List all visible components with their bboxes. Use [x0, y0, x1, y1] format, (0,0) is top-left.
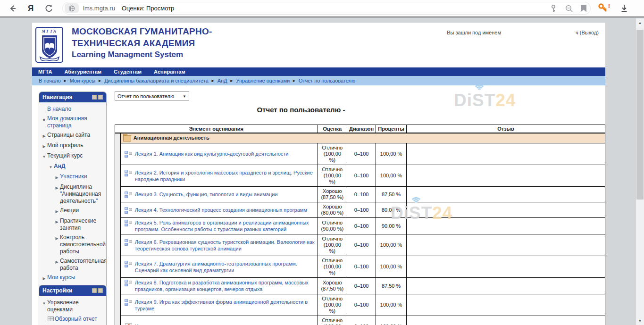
category-cell: Анимационная деятельность	[120, 133, 605, 143]
range-cell: 0–100	[347, 143, 376, 165]
nav-item[interactable]: МГТА	[32, 69, 58, 75]
lesson-icon	[125, 191, 132, 198]
password-alert-icon[interactable]: !	[597, 2, 610, 15]
reload-icon[interactable]	[42, 1, 56, 16]
range-cell: 0–100	[347, 187, 376, 202]
indent-cell	[115, 187, 121, 202]
lesson-icon	[125, 150, 132, 158]
sidebar-item-label: Лекции	[60, 207, 79, 215]
arrow-right-icon: ▶	[41, 274, 47, 282]
range-cell: 0–100	[347, 202, 376, 218]
address-bar[interactable]: lms.mgta.ru Оценки: Просмотр	[62, 2, 591, 15]
sidebar-item[interactable]: ▼АнД	[41, 163, 104, 171]
grade-row: Итоговое тестированиеОтлично(100,00 %)0–…	[115, 316, 605, 325]
breadcrumb-link[interactable]: Отчет по пользователю	[299, 78, 355, 83]
grade-item-link[interactable]: Лекция 4. Технологический процесс создан…	[135, 207, 307, 213]
report-type-select[interactable]: Отчет по пользователю ▼	[115, 92, 189, 100]
browser-toolbar: Я lms.mgta.ru Оценки: Просмотр !	[0, 0, 644, 17]
collapse-block-icon[interactable]	[92, 95, 97, 100]
grade-item-link[interactable]: Лекция 6. Рекреационная сущность туристс…	[135, 239, 315, 252]
main-nav: МГТААбитуриентамСтудентамАспирантам	[32, 67, 605, 76]
sidebar-item[interactable]: ▶Мой профиль	[41, 142, 104, 150]
nav-item[interactable]: Аспирантам	[148, 69, 191, 75]
site-title: МОСКОВСКАЯ ГУМАНИТАРНО- ТЕХНИЧЕСКАЯ АКАД…	[72, 25, 212, 60]
sidebar-item[interactable]: ▶Мои курсы	[41, 274, 104, 282]
range-cell: 0–100	[347, 294, 376, 316]
grade-item-link[interactable]: Лекция 2. История и хронология массовых …	[135, 169, 315, 183]
sidebar-item-label: Контроль самостоятельной работы	[60, 234, 106, 255]
sidebar-item[interactable]: В начало	[41, 106, 104, 113]
grade-item-link[interactable]: Лекция 1. Анимация как вид культурно-дос…	[135, 150, 289, 157]
sidebar-item-label: Мой профиль	[47, 142, 84, 150]
back-icon[interactable]	[6, 1, 20, 16]
arrow-right-icon: ▶	[54, 183, 60, 205]
lesson-icon	[125, 279, 132, 286]
grade-item-link[interactable]: Лекция 9. Игра как эффективная форма ани…	[135, 299, 315, 312]
indent-cell	[115, 133, 121, 143]
sidebar-item[interactable]: ▶Лекции	[41, 207, 104, 215]
grade-row: Лекция 1. Анимация как вид культурно-дос…	[115, 143, 605, 165]
grade-item-link[interactable]: Лекция 7. Драматургия анимационно-театра…	[135, 260, 315, 274]
grade-item-link[interactable]: Лекция 3. Сущность, функция, типология и…	[135, 191, 278, 198]
key-icon[interactable]	[550, 4, 557, 13]
sidebar-item[interactable]: ▼Управление оценками	[41, 299, 104, 313]
dock-block-icon[interactable]	[98, 95, 103, 100]
page-title-text: Оценки: Просмотр	[122, 5, 174, 12]
breadcrumb-link[interactable]: Мои курсы	[70, 78, 95, 83]
scrollbar-thumb[interactable]	[636, 30, 644, 200]
sidebar-item[interactable]: ■Моя домашняя страница	[41, 115, 104, 129]
sidebar-item[interactable]: ▼Текущий курс	[41, 152, 104, 160]
sidebar-item-label: Текущий курс	[47, 152, 83, 160]
zoom-icon[interactable]	[565, 4, 573, 13]
grades-table: Элемент оценивания Оценка Диапазон Проце…	[115, 125, 605, 325]
sidebar-item[interactable]: ▶Участники	[41, 173, 104, 181]
scroll-up-icon[interactable]: ▲	[636, 18, 644, 27]
sidebar-item[interactable]: Обзорный отчет	[41, 316, 104, 323]
lesson-icon	[125, 239, 132, 246]
download-icon[interactable]	[617, 1, 631, 16]
grade-item-link[interactable]: Лекция 5. Роль аниматоров в организации …	[135, 219, 315, 233]
vertical-scrollbar[interactable]: ▲ ▼	[636, 18, 644, 325]
grade-row: Лекция 7. Драматургия анимационно-театра…	[115, 256, 605, 278]
dock-block-icon[interactable]	[98, 288, 103, 293]
yandex-icon[interactable]: Я	[24, 1, 38, 16]
grade-cell: Отлично(100,00 %)	[318, 143, 347, 165]
sidebar-item[interactable]: ▶Страницы сайта	[41, 132, 104, 140]
sidebar-item[interactable]: ▶Дисциплина "Анимационная деятельность"	[41, 183, 104, 205]
logout-link[interactable]: ч (Выход)	[576, 30, 599, 35]
bookmark-icon[interactable]	[581, 5, 586, 12]
indent-cell	[115, 202, 121, 218]
breadcrumb-link[interactable]: Управление оценками	[236, 78, 290, 83]
indent-cell	[115, 143, 121, 165]
settings-block-title: Настройки	[42, 287, 72, 294]
header-grade: Оценка	[318, 125, 347, 133]
collapse-block-icon[interactable]	[92, 288, 97, 293]
scroll-down-icon[interactable]: ▼	[636, 317, 644, 325]
percent-cell: 100,00 %	[376, 234, 407, 256]
breadcrumb-link[interactable]: АнД	[217, 78, 227, 83]
indent-cell	[115, 278, 121, 294]
login-info: Вы зашли под именемч (Выход)	[447, 30, 599, 35]
grade-row: Лекция 8. Подготовка и разработка анимац…	[115, 278, 605, 294]
sidebar-item[interactable]: ▶Контроль самостоятельной работы	[41, 234, 104, 255]
page-background: МГТА МОСКОВСКАЯ ГУМАНИТАРНО- ТЕХНИЧЕСКАЯ…	[0, 17, 644, 324]
sidebar-item[interactable]: ▶Самостоятельная работа	[41, 258, 104, 272]
grade-item-link[interactable]: Лекция 8. Подготовка и разработка анимац…	[135, 279, 315, 292]
sidebar-item[interactable]: ▶Практические занятия	[41, 217, 104, 232]
category-label: Анимационная деятельность	[134, 135, 209, 141]
settings-block-header: Настройки	[39, 285, 106, 296]
lesson-icon	[125, 207, 132, 214]
grade-item-link[interactable]: Итоговое тестирование	[135, 323, 192, 325]
breadcrumb-link[interactable]: В начало	[39, 78, 61, 83]
wifi-arcs-icon	[473, 84, 485, 92]
grade-cell: Отлично(100,00 %)	[318, 294, 347, 316]
nav-item[interactable]: Студентам	[108, 69, 148, 75]
indent-cell	[115, 256, 121, 278]
arrow-right-icon: ▶	[41, 132, 47, 140]
nav-item[interactable]: Абитуриентам	[58, 69, 108, 75]
grade-row: Лекция 9. Игра как эффективная форма ани…	[115, 294, 605, 316]
category-row: Анимационная деятельность	[115, 133, 605, 143]
url-text[interactable]: lms.mgta.ru	[83, 5, 115, 12]
range-cell: 0–100	[347, 218, 376, 234]
breadcrumb-link[interactable]: Дисциплины бакалавриата и специалитета	[104, 78, 209, 83]
